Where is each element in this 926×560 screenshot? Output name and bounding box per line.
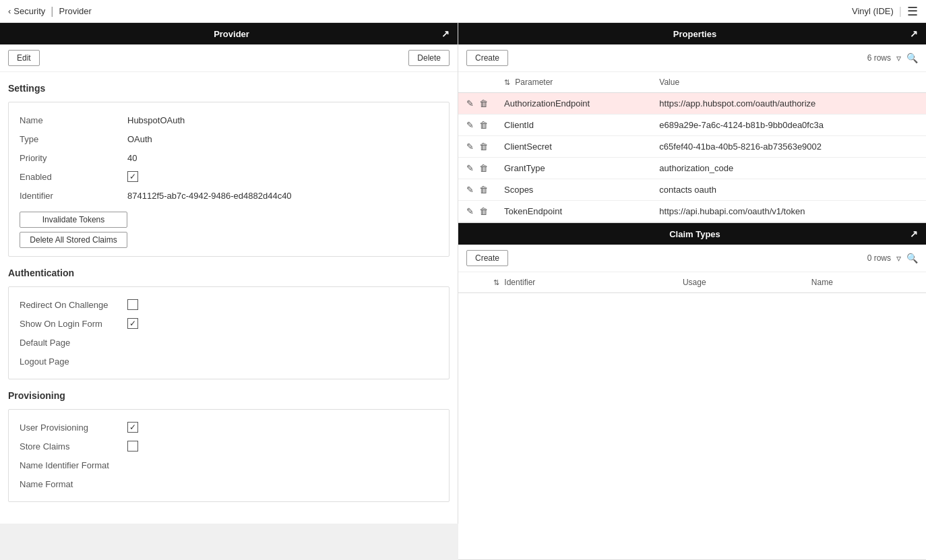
breadcrumb: ‹ Security | Provider (8, 5, 92, 18)
row-actions: ✎ 🗑 (458, 201, 496, 222)
value-cell: https://api.hubapi.com/oauth/v1/token (651, 201, 926, 222)
properties-table-wrap: ⇅ Parameter Value ✎ 🗑 (458, 72, 926, 222)
delete-row-icon[interactable]: 🗑 (479, 142, 488, 152)
properties-toolbar: Create 6 rows ▿ 🔍 (458, 44, 926, 72)
properties-panel-title: Properties (480, 29, 910, 39)
properties-table-row: ✎ 🗑 AuthorizationEndpoint https://app.hu… (458, 93, 926, 115)
field-identifier: Identifier 874112f5-ab7c-4942-9486-ed488… (20, 186, 438, 205)
row-actions: ✎ 🗑 (458, 115, 496, 136)
user-provisioning-label: User Provisioning (20, 423, 127, 433)
show-on-login-form-checkbox[interactable] (127, 318, 138, 329)
properties-subpanel: Properties ↗ Create 6 rows ▿ 🔍 (458, 23, 926, 223)
delete-row-icon[interactable]: 🗑 (479, 163, 488, 173)
claim-types-expand-icon[interactable]: ↗ (910, 228, 918, 239)
row-actions: ✎ 🗑 (458, 136, 496, 158)
properties-table: ⇅ Parameter Value ✎ 🗑 (458, 72, 926, 222)
claim-types-table: ⇅ Identifier Usage Name (458, 272, 926, 293)
delete-row-icon[interactable]: 🗑 (479, 185, 488, 195)
field-priority: Priority 40 (20, 148, 438, 167)
properties-table-row: ✎ 🗑 ClientId e689a29e-7a6c-4124-b81b-9bb… (458, 115, 926, 136)
field-store-claims: Store Claims (20, 437, 438, 456)
edit-row-icon[interactable]: ✎ (466, 120, 474, 130)
parameter-cell: AuthorizationEndpoint (496, 93, 651, 115)
parameter-cell: ClientId (496, 115, 651, 136)
identifier-label: Identifier (20, 191, 127, 201)
claim-types-name-col-header: Name (803, 272, 926, 293)
store-claims-checkbox[interactable] (127, 441, 138, 452)
right-panel: Properties ↗ Create 6 rows ▿ 🔍 (458, 23, 926, 560)
identifier-sort-icon[interactable]: ⇅ (493, 278, 499, 286)
claim-types-search-icon[interactable]: 🔍 (906, 253, 918, 263)
redirect-on-challenge-checkbox[interactable] (127, 299, 138, 310)
properties-table-row: ✎ 🗑 Scopes contacts oauth (458, 179, 926, 201)
row-actions: ✎ 🗑 (458, 158, 496, 179)
edit-row-icon[interactable]: ✎ (466, 185, 474, 195)
properties-parameter-col-header: ⇅ Parameter (496, 72, 651, 93)
edit-row-icon[interactable]: ✎ (466, 98, 474, 108)
provider-toolbar: Edit Delete (0, 44, 458, 72)
delete-row-icon[interactable]: 🗑 (479, 120, 488, 130)
delete-claims-button[interactable]: Delete All Stored Claims (20, 232, 127, 248)
properties-table-row: ✎ 🗑 ClientSecret c65fef40-41ba-40b5-8216… (458, 136, 926, 158)
field-user-provisioning: User Provisioning (20, 418, 438, 437)
delete-button[interactable]: Delete (408, 50, 450, 66)
name-value: HubspotOAuth (127, 115, 185, 125)
priority-label: Priority (20, 153, 127, 163)
claim-types-table-wrap: ⇅ Identifier Usage Name (458, 272, 926, 293)
properties-table-row: ✎ 🗑 GrantType authorization_code (458, 158, 926, 179)
claim-types-panel-header: Claim Types ↗ (458, 223, 926, 245)
edit-row-icon[interactable]: ✎ (466, 142, 474, 152)
provider-expand-icon[interactable]: ↗ (441, 28, 450, 39)
field-redirect-on-challenge: Redirect On Challenge (20, 295, 438, 314)
header-right: Vinyl (IDE) | ☰ (852, 4, 918, 19)
claim-types-row-count: 0 rows (867, 253, 891, 263)
back-link[interactable]: ‹ Security (8, 6, 45, 16)
properties-filter-icon[interactable]: ▿ (896, 53, 901, 63)
parameter-cell: GrantType (496, 158, 651, 179)
edit-row-icon[interactable]: ✎ (466, 163, 474, 173)
store-claims-label: Store Claims (20, 441, 127, 452)
properties-create-button[interactable]: Create (466, 50, 508, 66)
show-on-login-form-label: Show On Login Form (20, 319, 127, 329)
field-name-format: Name Format (20, 474, 438, 493)
claim-types-actions-col-header (458, 272, 485, 293)
action-buttons: Invalidate Tokens Delete All Stored Clai… (20, 212, 438, 248)
value-cell: contacts oauth (651, 179, 926, 201)
claim-types-toolbar-right: 0 rows ▿ 🔍 (867, 253, 918, 263)
breadcrumb-security-label[interactable]: Security (13, 6, 45, 16)
parameter-cell: ClientSecret (496, 136, 651, 158)
delete-row-icon[interactable]: 🗑 (479, 98, 488, 108)
enabled-checkbox[interactable] (127, 171, 138, 182)
field-default-page: Default Page (20, 333, 438, 352)
breadcrumb-current-label: Provider (59, 6, 91, 16)
row-actions: ✎ 🗑 (458, 179, 496, 201)
identifier-value: 874112f5-ab7c-4942-9486-ed4882d44c40 (127, 191, 292, 201)
main-container: Provider ↗ Edit Delete Settings Name Hub… (0, 23, 926, 560)
claim-types-toolbar: Create 0 rows ▿ 🔍 (458, 245, 926, 272)
claim-types-create-button[interactable]: Create (466, 250, 508, 266)
type-label: Type (20, 134, 127, 144)
claim-types-identifier-col-header: ⇅ Identifier (485, 272, 675, 293)
claim-types-usage-col-header: Usage (675, 272, 803, 293)
parameter-sort-icon[interactable]: ⇅ (504, 78, 510, 86)
claim-types-subpanel: Claim Types ↗ Create 0 rows ▿ 🔍 (458, 223, 926, 560)
edit-button[interactable]: Edit (8, 50, 40, 66)
user-provisioning-checkbox[interactable] (127, 422, 138, 433)
settings-box: Name HubspotOAuth Type OAuth Priority 40… (8, 102, 450, 257)
provisioning-box: User Provisioning Store Claims Name Iden… (8, 409, 450, 502)
properties-table-row: ✎ 🗑 TokenEndpoint https://api.hubapi.com… (458, 201, 926, 222)
settings-section-title: Settings (8, 83, 450, 94)
edit-row-icon[interactable]: ✎ (466, 206, 474, 216)
properties-expand-icon[interactable]: ↗ (910, 28, 918, 39)
properties-search-icon[interactable]: 🔍 (906, 53, 918, 63)
header-divider: | (899, 5, 902, 18)
delete-row-icon[interactable]: 🗑 (479, 206, 488, 216)
invalidate-tokens-button[interactable]: Invalidate Tokens (20, 212, 127, 228)
row-actions: ✎ 🗑 (458, 93, 496, 115)
field-type: Type OAuth (20, 129, 438, 148)
properties-panel-header: Properties ↗ (458, 23, 926, 44)
claim-types-filter-icon[interactable]: ▿ (896, 253, 901, 263)
provider-panel-title: Provider (22, 29, 441, 39)
hamburger-icon[interactable]: ☰ (907, 4, 918, 19)
name-identifier-format-label: Name Identifier Format (20, 460, 127, 470)
